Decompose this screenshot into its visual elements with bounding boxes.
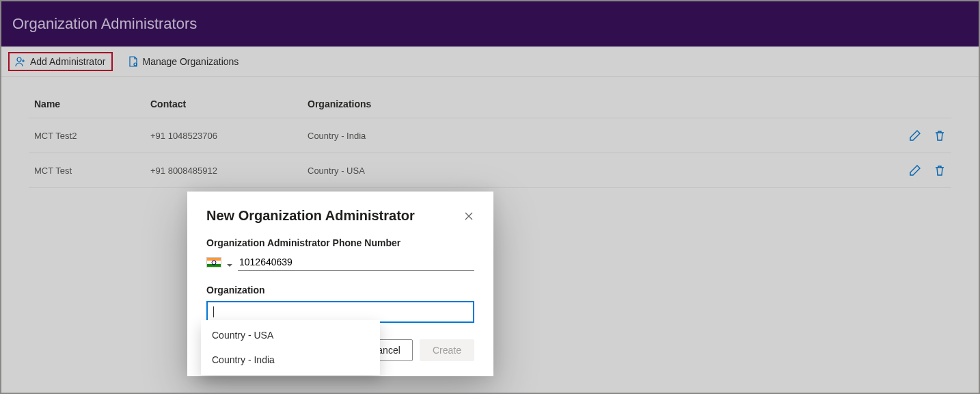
suggestion-label: Country - India — [212, 354, 275, 365]
suggestion-item[interactable]: Country - USA — [201, 323, 380, 347]
pencil-icon[interactable] — [909, 129, 921, 142]
administrators-table-wrap: Name Contact Organizations MCT Test2 +91… — [1, 77, 979, 188]
cell-contact: +91 8008485912 — [150, 166, 217, 176]
country-flag-india[interactable] — [206, 257, 221, 267]
cell-orgs: Country - USA — [308, 166, 365, 176]
svg-point-0 — [17, 57, 21, 62]
col-header-contact[interactable]: Contact — [145, 90, 302, 118]
col-header-orgs[interactable]: Organizations — [302, 90, 869, 118]
col-header-actions — [869, 90, 951, 118]
trash-icon[interactable] — [934, 164, 946, 176]
pencil-icon[interactable] — [909, 164, 921, 176]
table-row[interactable]: MCT Test2 +91 1048523706 Country - India — [29, 118, 951, 153]
toolbar: Add Administrator Manage Organizations — [1, 47, 979, 77]
page-header: Organization Administrators — [1, 1, 979, 47]
suggestion-label: Country - USA — [212, 330, 273, 341]
cell-name: MCT Test2 — [34, 131, 77, 141]
dialog-title: New Organization Administrator — [206, 208, 415, 224]
person-add-icon — [15, 56, 26, 67]
trash-icon[interactable] — [934, 129, 946, 142]
create-button[interactable]: Create — [420, 339, 474, 361]
suggestion-item[interactable]: Country - India — [201, 347, 380, 372]
org-doc-icon — [128, 56, 139, 67]
page-title: Organization Administrators — [12, 15, 197, 33]
text-caret — [213, 306, 214, 317]
add-administrator-button[interactable]: Add Administrator — [8, 52, 113, 71]
cell-orgs: Country - India — [308, 131, 366, 141]
close-icon[interactable] — [463, 211, 474, 222]
add-administrator-label: Add Administrator — [30, 56, 106, 67]
col-header-name[interactable]: Name — [29, 90, 145, 118]
manage-organizations-button[interactable]: Manage Organizations — [121, 52, 246, 71]
chevron-down-icon[interactable] — [227, 260, 232, 265]
organization-label: Organization — [206, 285, 474, 296]
phone-input[interactable] — [238, 254, 474, 271]
cell-contact: +91 1048523706 — [150, 131, 217, 141]
cell-name: MCT Test — [34, 166, 72, 176]
create-label: Create — [433, 345, 461, 356]
phone-label: Organization Administrator Phone Number — [206, 237, 474, 248]
svg-point-1 — [134, 63, 137, 66]
table-row[interactable]: MCT Test +91 8008485912 Country - USA — [29, 153, 951, 188]
administrators-table: Name Contact Organizations MCT Test2 +91… — [29, 90, 951, 188]
organization-suggestions: Country - USA Country - India — [201, 320, 380, 375]
manage-organizations-label: Manage Organizations — [143, 56, 239, 67]
